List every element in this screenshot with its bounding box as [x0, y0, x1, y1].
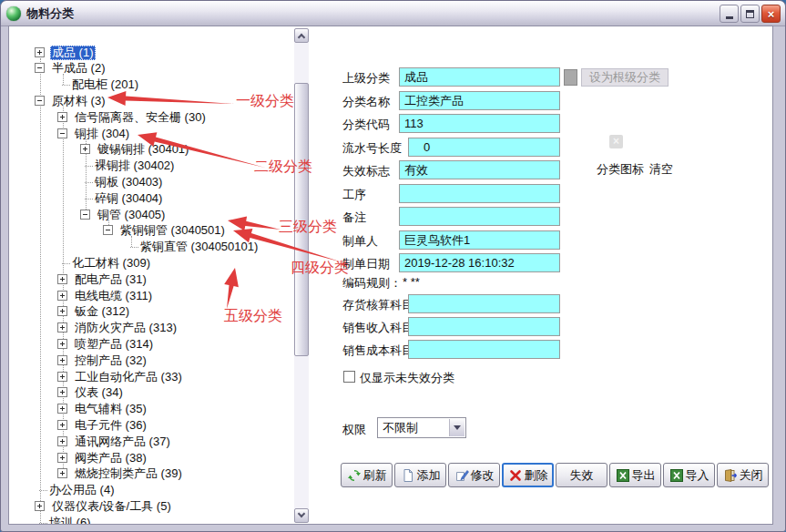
process-field[interactable] — [399, 184, 560, 203]
tree-expand-icon[interactable] — [57, 387, 67, 397]
tree-expand-icon[interactable] — [57, 372, 67, 382]
annotation-arrow-5 — [224, 268, 239, 309]
tree-item[interactable]: 铜管 (30405) — [96, 208, 167, 222]
export-button[interactable]: 导出 — [609, 463, 661, 487]
tree-collapse-icon[interactable] — [103, 225, 113, 235]
set-root-category-button[interactable]: 设为根级分类 — [581, 68, 669, 87]
close-form-button[interactable]: 关闭 — [717, 463, 769, 487]
tree-item[interactable]: 镀锡铜排 (30401) — [96, 142, 190, 157]
tree-expand-icon[interactable] — [57, 420, 67, 430]
close-button[interactable]: × — [761, 5, 781, 23]
permission-select[interactable]: 不限制 — [377, 417, 466, 438]
tree-item[interactable]: 钣金 (312) — [73, 304, 131, 319]
titlebar[interactable]: 物料分类 × — [1, 1, 785, 26]
remark-field[interactable] — [399, 207, 560, 226]
window-title: 物料分类 — [26, 5, 74, 22]
tree-collapse-icon[interactable] — [35, 96, 45, 106]
tree-collapse-icon[interactable] — [35, 63, 45, 73]
tree-item[interactable]: 电气辅料 (35) — [73, 402, 148, 416]
tree-item[interactable]: 紫铜直管 (304050101) — [138, 240, 260, 254]
tree-item[interactable]: 配电柜 (201) — [70, 77, 140, 92]
tree-expand-icon[interactable] — [57, 468, 67, 478]
delete-button[interactable]: 删除 — [502, 463, 554, 487]
tree-expand-icon[interactable] — [35, 47, 45, 57]
tree-item[interactable]: 化工材料 (309) — [70, 256, 152, 271]
create-date-field[interactable]: 2019-12-28 16:10:32 — [399, 253, 560, 272]
excel-icon — [669, 468, 684, 483]
only-active-checkbox[interactable] — [343, 371, 355, 383]
tree-item[interactable]: 裸铜排 (30402) — [93, 159, 176, 173]
tree-item[interactable]: 办公用品 (4) — [47, 483, 117, 497]
sales-cost-account-field[interactable] — [408, 340, 560, 359]
tree-expand-icon[interactable] — [57, 112, 67, 122]
chevron-down-icon — [454, 425, 461, 434]
tree-expand-icon[interactable] — [57, 404, 67, 414]
tree-expand-icon[interactable] — [57, 274, 67, 284]
tree-expand-icon[interactable] — [57, 322, 67, 332]
tree-item[interactable]: 通讯网络产品 (37) — [73, 435, 172, 449]
tree-item[interactable]: 原材料 (3) — [50, 94, 107, 108]
maximize-button[interactable] — [740, 5, 760, 23]
tree-item[interactable]: 控制产品 (32) — [73, 353, 148, 368]
tree-item[interactable]: 碎铜 (30404) — [93, 191, 164, 206]
import-button[interactable]: 导入 — [663, 463, 715, 487]
tree-item[interactable]: 铜排 (304) — [73, 127, 131, 141]
invalidate-button[interactable]: 失效 — [556, 463, 607, 487]
category-name-field[interactable]: 工控类产品 — [399, 91, 560, 110]
refresh-button[interactable]: 刷新 — [341, 463, 393, 487]
tree-item[interactable]: 紫铜铜管 (3040501) — [118, 223, 227, 238]
tree-item[interactable]: 半成品 (2) — [50, 61, 107, 76]
sales-cost-account-label: 销售成本科目 — [342, 343, 413, 359]
modify-button[interactable]: 修改 — [448, 463, 500, 487]
creator-field[interactable]: 巨灵鸟软件1 — [399, 230, 560, 250]
category-code-field[interactable]: 113 — [399, 114, 560, 133]
tree-collapse-icon[interactable] — [57, 128, 67, 138]
category-name-label: 分类名称 — [342, 94, 390, 110]
sales-income-account-field[interactable] — [408, 317, 560, 336]
tree-item[interactable]: 工业自动化产品 (33) — [73, 370, 184, 384]
minimize-button[interactable] — [720, 5, 739, 23]
tree-expand-icon[interactable] — [57, 355, 67, 365]
close-form-button-label: 关闭 — [740, 467, 763, 484]
serial-length-field[interactable]: 0 — [408, 138, 560, 157]
tree-item[interactable]: 信号隔离器、安全栅 (30) — [73, 110, 208, 125]
tree-connector-line — [85, 166, 93, 167]
tree-item[interactable]: 成品 (1) — [50, 46, 96, 60]
tree-expand-icon[interactable] — [57, 453, 67, 463]
tree-item[interactable]: 电子元件 (36) — [73, 418, 148, 433]
tree-item[interactable]: 消防火灾产品 (313) — [73, 321, 179, 335]
tree-item[interactable]: 阀类产品 (38) — [73, 451, 148, 466]
tree-item[interactable]: 配电产品 (31) — [73, 272, 148, 287]
chevron-up-icon — [298, 34, 305, 41]
tree-item[interactable]: 仪器仪表/设备/工具 (5) — [50, 499, 173, 514]
tree-item[interactable]: 燃烧控制类产品 (39) — [73, 466, 184, 481]
clear-icon-link[interactable]: 清空 — [649, 161, 673, 178]
tree-expand-icon[interactable] — [35, 501, 45, 511]
scroll-down-button[interactable] — [294, 508, 309, 523]
annotation-arrow-1 — [107, 91, 234, 106]
inventory-account-field[interactable] — [408, 294, 560, 313]
tree-item[interactable]: 培训 (6) — [47, 516, 93, 524]
add-button[interactable]: 添加 — [394, 463, 446, 487]
tree-connector-line — [62, 85, 70, 86]
parent-category-field[interactable]: 成品 — [399, 67, 560, 87]
encoding-rule-label: 编码规则： — [342, 275, 402, 292]
parent-category-label: 上级分类 — [342, 70, 390, 87]
scroll-up-button[interactable] — [294, 28, 309, 43]
tree-expand-icon[interactable] — [57, 436, 67, 446]
tree-item[interactable]: 铜板 (30403) — [93, 175, 164, 189]
tree-connector-line — [40, 58, 41, 523]
combo-drop-button[interactable] — [449, 419, 464, 436]
tree-item[interactable]: 喷塑产品 (314) — [73, 337, 155, 352]
tree-expand-icon[interactable] — [57, 291, 67, 301]
tree-connector-line — [62, 263, 70, 264]
tree-item[interactable]: 仪表 (34) — [73, 385, 125, 400]
invalid-flag-field[interactable]: 有效 — [399, 160, 560, 179]
tree-collapse-icon[interactable] — [80, 210, 90, 220]
browse-parent-button[interactable] — [564, 69, 577, 86]
tree-expand-icon[interactable] — [80, 144, 90, 154]
tree-expand-icon[interactable] — [57, 339, 67, 349]
tree-item[interactable]: 电线电缆 (311) — [73, 289, 154, 303]
refresh-icon — [347, 468, 362, 483]
tree-expand-icon[interactable] — [57, 306, 67, 316]
